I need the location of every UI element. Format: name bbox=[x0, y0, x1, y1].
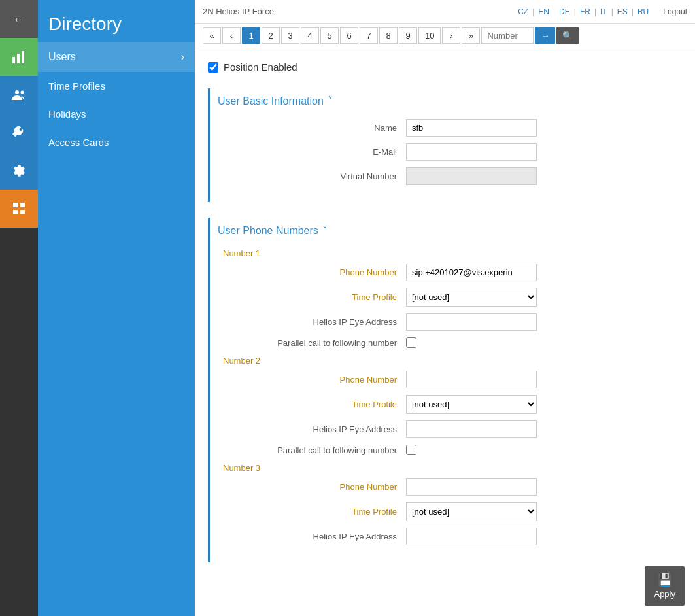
app-title-area: 2N Helios IP Force bbox=[203, 7, 280, 16]
timeprofile1-row: Time Profile [not used] bbox=[223, 288, 669, 307]
lang-en[interactable]: EN bbox=[538, 7, 549, 16]
page-9-button[interactable]: 9 bbox=[399, 27, 417, 44]
page-6-button[interactable]: 6 bbox=[340, 27, 358, 44]
svg-rect-1 bbox=[17, 54, 20, 63]
page-7-button[interactable]: 7 bbox=[360, 27, 378, 44]
timeprofile2-select[interactable]: [not used] bbox=[406, 395, 537, 414]
number-2-label: Number 2 bbox=[223, 356, 669, 366]
user-phone-numbers-header[interactable]: User Phone Numbers ˅ bbox=[210, 218, 682, 243]
user-basic-info-title: User Basic Information bbox=[218, 95, 324, 107]
page-search-button[interactable]: 🔍 bbox=[556, 27, 579, 44]
phone1-label: Phone Number bbox=[223, 267, 406, 277]
sidebar-title: Directory bbox=[38, 0, 195, 42]
parallel2-checkbox[interactable] bbox=[406, 445, 416, 455]
phone3-row: Phone Number bbox=[223, 478, 669, 496]
timeprofile1-label: Time Profile bbox=[223, 292, 406, 302]
gear-icon[interactable] bbox=[0, 152, 38, 190]
timeprofile3-label: Time Profile bbox=[223, 507, 406, 517]
timeprofile2-row: Time Profile [not used] bbox=[223, 395, 669, 414]
user-phone-numbers-section: User Phone Numbers ˅ Number 1 Phone Numb… bbox=[208, 218, 682, 562]
user-basic-info-header[interactable]: User Basic Information ˅ bbox=[210, 88, 682, 114]
helios3-row: Helios IP Eye Address bbox=[223, 528, 669, 545]
parallel2-label: Parallel call to following number bbox=[223, 445, 406, 455]
page-5-button[interactable]: 5 bbox=[320, 27, 339, 44]
helios2-input[interactable] bbox=[406, 420, 537, 438]
page-8-button[interactable]: 8 bbox=[379, 27, 398, 44]
parallel2-row: Parallel call to following number bbox=[223, 445, 669, 455]
lang-es[interactable]: ES bbox=[617, 7, 628, 16]
user-phone-numbers-title: User Phone Numbers bbox=[218, 225, 318, 237]
top-bar: 2N Helios IP Force CZ | EN | DE | FR | I… bbox=[195, 0, 695, 24]
lang-fr[interactable]: FR bbox=[580, 7, 590, 16]
phone3-input[interactable] bbox=[406, 478, 537, 496]
name-row: Name bbox=[223, 119, 669, 137]
lang-it[interactable]: IT bbox=[600, 7, 607, 16]
email-row: E-Mail bbox=[223, 143, 669, 161]
grid-icon[interactable] bbox=[0, 190, 38, 228]
position-enabled-checkbox[interactable] bbox=[208, 62, 218, 73]
phone2-label: Phone Number bbox=[223, 375, 406, 385]
page-next-button[interactable]: › bbox=[442, 27, 460, 44]
page-last-button[interactable]: » bbox=[462, 27, 480, 44]
logout-button[interactable]: Logout bbox=[663, 7, 687, 16]
svg-point-3 bbox=[15, 90, 19, 94]
phone2-row: Phone Number bbox=[223, 371, 669, 388]
icon-bar: ← bbox=[0, 0, 38, 616]
sidebar: Directory Users › Time Profiles Holidays… bbox=[38, 0, 195, 616]
svg-rect-0 bbox=[12, 57, 15, 63]
timeprofile1-select[interactable]: [not used] bbox=[406, 288, 537, 307]
lang-ru[interactable]: RU bbox=[637, 7, 649, 16]
timeprofile3-row: Time Profile [not used] bbox=[223, 502, 669, 521]
page-first-button[interactable]: « bbox=[203, 27, 221, 44]
wrench-icon[interactable] bbox=[0, 114, 38, 152]
apply-button[interactable]: 💾 Apply bbox=[645, 566, 685, 606]
main-content: 2N Helios IP Force CZ | EN | DE | FR | I… bbox=[195, 0, 695, 616]
virtual-number-row: Virtual Number bbox=[223, 167, 669, 185]
lang-de[interactable]: DE bbox=[559, 7, 570, 16]
phone1-input[interactable] bbox=[406, 264, 537, 281]
apply-area: 💾 Apply bbox=[645, 566, 685, 606]
position-enabled-row: Position Enabled bbox=[208, 56, 682, 78]
lang-cz[interactable]: CZ bbox=[518, 7, 528, 16]
user-phone-numbers-collapse-icon: ˅ bbox=[322, 224, 328, 237]
top-bar-right: CZ | EN | DE | FR | IT | ES | RU Logout bbox=[518, 7, 687, 16]
phone3-label: Phone Number bbox=[223, 482, 406, 492]
phone2-input[interactable] bbox=[406, 371, 537, 388]
page-prev-button[interactable]: ‹ bbox=[222, 27, 241, 44]
parallel1-checkbox[interactable] bbox=[406, 337, 416, 348]
helios1-label: Helios IP Eye Address bbox=[223, 317, 406, 327]
chart-icon[interactable] bbox=[0, 38, 38, 76]
users-icon[interactable] bbox=[0, 76, 38, 114]
svg-rect-2 bbox=[22, 51, 24, 63]
helios1-row: Helios IP Eye Address bbox=[223, 313, 669, 331]
helios2-row: Helios IP Eye Address bbox=[223, 420, 669, 438]
page-go-button[interactable]: → bbox=[535, 27, 555, 44]
user-basic-info-collapse-icon: ˅ bbox=[328, 95, 333, 107]
user-phone-numbers-body: Number 1 Phone Number Time Profile [not … bbox=[210, 243, 682, 562]
name-input[interactable] bbox=[406, 119, 537, 137]
page-3-button[interactable]: 3 bbox=[281, 27, 299, 44]
page-number-input[interactable] bbox=[481, 27, 534, 44]
page-4-button[interactable]: 4 bbox=[301, 27, 319, 44]
helios3-label: Helios IP Eye Address bbox=[223, 532, 406, 541]
form-area: Position Enabled User Basic Information … bbox=[195, 48, 695, 616]
sidebar-item-access-cards[interactable]: Access Cards bbox=[38, 128, 195, 156]
helios3-input[interactable] bbox=[406, 528, 537, 545]
page-1-button[interactable]: 1 bbox=[242, 27, 260, 44]
page-10-button[interactable]: 10 bbox=[418, 27, 441, 44]
email-input[interactable] bbox=[406, 143, 537, 161]
apply-label: Apply bbox=[654, 589, 675, 599]
name-label: Name bbox=[223, 123, 406, 133]
app-title: 2N Helios IP Force bbox=[203, 7, 274, 16]
sidebar-item-holidays[interactable]: Holidays bbox=[38, 100, 195, 128]
timeprofile2-label: Time Profile bbox=[223, 400, 406, 409]
position-enabled-label[interactable]: Position Enabled bbox=[224, 61, 297, 73]
helios1-input[interactable] bbox=[406, 313, 537, 331]
svg-rect-7 bbox=[13, 210, 18, 214]
sidebar-item-users[interactable]: Users › bbox=[38, 42, 195, 72]
timeprofile3-select[interactable]: [not used] bbox=[406, 502, 537, 521]
back-button[interactable]: ← bbox=[0, 0, 38, 38]
phone1-row: Phone Number bbox=[223, 264, 669, 281]
page-2-button[interactable]: 2 bbox=[262, 27, 280, 44]
sidebar-item-time-profiles[interactable]: Time Profiles bbox=[38, 72, 195, 100]
